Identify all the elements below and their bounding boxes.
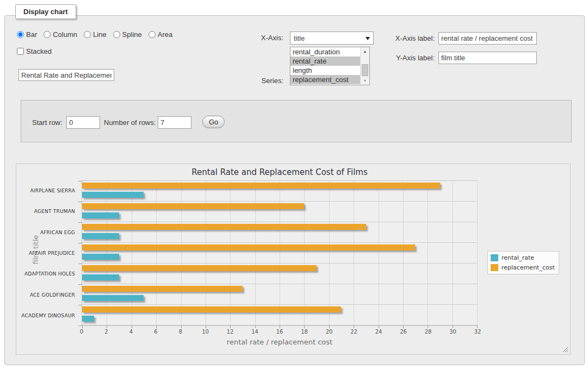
rental_rate-bar — [82, 274, 119, 280]
chart-category-labels: AIRPLANE SIERRAAGENT TRUMANAFRICAN EGGAF… — [16, 180, 78, 326]
legend-swatch — [491, 264, 498, 271]
spline-radio[interactable] — [113, 31, 120, 38]
area-radio[interactable] — [148, 31, 156, 38]
x-tick-mark — [354, 325, 354, 328]
y-tick-mark — [78, 284, 82, 285]
series-scrollbar[interactable]: ▲ ▼ — [360, 47, 369, 85]
x-tick-mark — [379, 325, 379, 328]
category-label: AGENT TRUMAN — [16, 201, 75, 222]
start-row-input[interactable] — [66, 116, 100, 129]
y-tick-mark — [78, 305, 82, 305]
y-tick-mark — [78, 243, 82, 243]
legend-label: replacement_cost — [502, 264, 555, 271]
chart-container: Rental Rate and Replacement Cost of Film… — [16, 164, 571, 355]
y-axis-label-input[interactable] — [438, 52, 537, 64]
scroll-up-icon[interactable]: ▲ — [361, 47, 369, 55]
scrollbar-thumb[interactable] — [362, 64, 368, 76]
x-tick-mark — [230, 325, 231, 328]
x-tick-mark — [403, 325, 404, 328]
y-tick-mark — [78, 202, 82, 202]
x-tick-label: 16 — [271, 329, 288, 335]
go-button[interactable]: Go — [202, 116, 225, 128]
legend-item-rental_rate[interactable]: rental_rate — [491, 254, 555, 261]
chart-type-option-bar[interactable]: Bar — [17, 30, 37, 39]
x-tick-mark — [428, 325, 428, 328]
series-select-label: Series: — [217, 77, 283, 85]
chart-type-option-column[interactable]: Column — [44, 30, 77, 39]
series-option[interactable]: rental_duration — [290, 47, 360, 57]
chart-title: Rental Rate and Replacement Cost of Film… — [82, 167, 478, 177]
resize-handle-icon[interactable] — [562, 346, 568, 352]
legend-item-replacement_cost[interactable]: replacement_cost — [491, 264, 555, 271]
category-label: AFRICAN EGG — [16, 222, 75, 243]
stacked-label-wrap[interactable]: Stacked — [17, 47, 52, 55]
chevron-down-icon — [366, 37, 370, 40]
series-option[interactable]: replacement_cost — [290, 75, 360, 84]
rental_rate-bar — [82, 254, 119, 260]
replacement_cost-bar — [82, 265, 317, 271]
area-radio-label: Area — [158, 30, 172, 39]
chart-type-option-area[interactable]: Area — [148, 30, 172, 39]
category-label: AFFAIR PREJUDICE — [16, 243, 75, 264]
x-tick-label: 2 — [98, 329, 115, 335]
x-tick-mark — [82, 325, 83, 328]
chart-title-input[interactable] — [18, 69, 114, 81]
rental_rate-bar — [82, 295, 144, 301]
x-tick-mark — [255, 325, 256, 328]
scroll-down-icon[interactable]: ▼ — [361, 77, 369, 85]
x-tick-mark — [181, 325, 182, 328]
x-axis-select[interactable]: title — [290, 32, 374, 45]
category-label: ADAPTATION HOLES — [16, 264, 75, 284]
chart-type-option-spline[interactable]: Spline — [113, 30, 142, 39]
chart-category-row — [82, 222, 477, 243]
x-tick-label: 22 — [346, 329, 362, 335]
x-tick-label: 32 — [469, 329, 486, 335]
stacked-label: Stacked — [26, 47, 52, 55]
x-tick-mark — [107, 325, 107, 328]
chart-x-axis-title: rental rate / replacement cost — [82, 338, 478, 346]
category-label: ACE GOLDFINGER — [16, 284, 75, 305]
column-radio[interactable] — [44, 31, 51, 38]
x-tick-label: 12 — [222, 329, 238, 335]
chart-type-radios: Bar Column Line Spline Area — [17, 30, 172, 39]
rental_rate-bar — [82, 233, 119, 239]
row-range-panel: Start row: Number of rows: Go — [21, 100, 572, 142]
series-option[interactable]: rental_rate — [290, 57, 360, 66]
x-tick-mark — [132, 325, 132, 328]
x-tick-mark — [477, 325, 478, 328]
display-chart-fieldset: Bar Column Line Spline Area Stacke — [4, 15, 585, 365]
start-row-label: Start row: — [32, 118, 63, 127]
x-axis-label-input[interactable] — [438, 32, 537, 45]
column-radio-label: Column — [53, 30, 77, 39]
legend-label: rental_rate — [502, 254, 534, 261]
chart-category-row — [82, 305, 477, 325]
bar-radio[interactable] — [17, 31, 24, 38]
stacked-checkbox[interactable] — [17, 48, 24, 55]
x-tick-label: 24 — [370, 329, 387, 335]
legend-swatch — [491, 254, 498, 261]
number-of-rows-input[interactable] — [158, 116, 191, 129]
line-radio-label: Line — [93, 30, 107, 39]
x-tick-label: 18 — [296, 329, 313, 335]
replacement_cost-bar — [82, 183, 440, 189]
x-tick-mark — [280, 325, 280, 328]
gridline — [477, 181, 478, 325]
chart-type-option-line[interactable]: Line — [84, 30, 107, 39]
number-of-rows-label: Number of rows: — [104, 118, 156, 127]
bar-radio-label: Bar — [26, 30, 37, 39]
x-tick-label: 14 — [247, 329, 263, 335]
series-options: rental_durationrental_ratelengthreplacem… — [290, 47, 360, 85]
line-radio[interactable] — [84, 31, 91, 38]
replacement_cost-bar — [82, 286, 243, 292]
rental_rate-bar — [82, 212, 119, 218]
chart-x-tick-labels: 02468101214161820222426283032 — [82, 329, 478, 336]
x-tick-label: 28 — [420, 329, 436, 335]
replacement_cost-bar — [82, 306, 341, 312]
x-axis-selected-value: title — [294, 34, 305, 42]
x-tick-mark — [156, 325, 157, 328]
series-option[interactable]: length — [290, 66, 360, 75]
series-listbox[interactable]: rental_durationrental_ratelengthreplacem… — [290, 47, 370, 85]
y-tick-mark — [78, 222, 82, 223]
x-tick-label: 10 — [197, 329, 214, 335]
x-axis-select-label: X-Axis: — [217, 34, 283, 42]
